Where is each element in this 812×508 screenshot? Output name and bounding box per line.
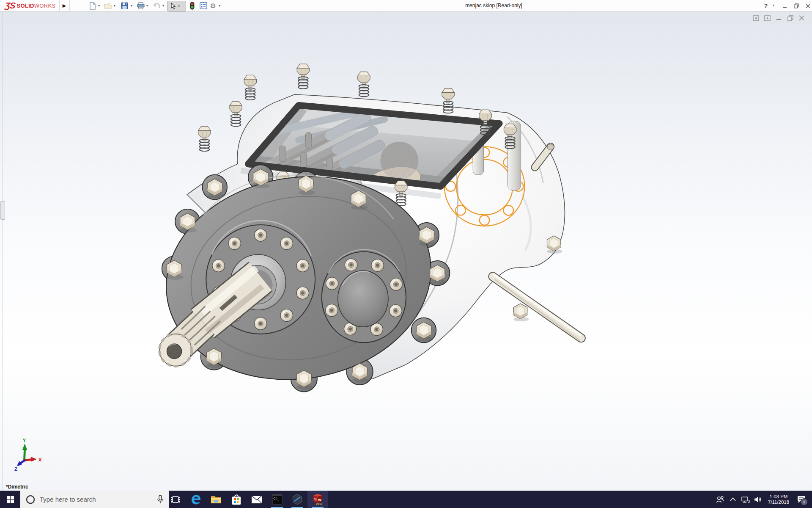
open-button[interactable] — [104, 1, 112, 10]
new-document-button[interactable] — [88, 1, 97, 10]
triad-z-label: Z — [14, 466, 17, 472]
svg-text:2017: 2017 — [316, 502, 323, 505]
hexagon-app-icon — [292, 494, 303, 505]
network-icon[interactable] — [739, 491, 752, 508]
select-dropdown-caret[interactable]: ▾ — [178, 4, 180, 8]
cortana-circle-icon — [25, 494, 36, 505]
help-dropdown-caret[interactable]: ▾ — [771, 3, 776, 7]
system-tray: 1:03 PM 7/11/2018 3 — [714, 491, 809, 508]
brand-glyph: ƷS — [4, 1, 16, 11]
action-center-button[interactable]: 3 — [793, 491, 809, 508]
file-explorer-button[interactable] — [206, 491, 226, 508]
doc-close-button[interactable] — [798, 15, 805, 21]
select-cursor-icon — [170, 3, 176, 10]
undo-icon — [153, 3, 161, 9]
notification-badge: 3 — [801, 498, 808, 505]
graphics-viewport[interactable]: Y X Z *Dimetric — [0, 11, 812, 491]
feature-panel-splitter-handle[interactable] — [0, 201, 5, 220]
minimize-button[interactable] — [780, 3, 789, 9]
document-title: menjac sklop [Read-only] — [448, 0, 539, 11]
new-document-icon — [89, 2, 96, 10]
windows-logo-icon — [7, 496, 14, 503]
brand-light: WORKS — [34, 3, 56, 9]
document-window-controls — [752, 15, 805, 21]
tray-time: 1:03 PM — [765, 494, 793, 500]
file-explorer-icon — [211, 495, 222, 504]
doc-minimize-button[interactable] — [775, 15, 782, 21]
brand-bold: SOLID — [17, 3, 34, 9]
mail-button[interactable] — [247, 491, 267, 508]
print-button[interactable] — [136, 1, 145, 10]
open-folder-icon — [104, 3, 112, 9]
traffic-light-icon — [190, 2, 195, 10]
close-icon — [806, 4, 810, 8]
view-orientation-label: *Dimetric — [6, 484, 28, 490]
task-view-button[interactable] — [165, 491, 186, 508]
restore-icon — [794, 3, 799, 8]
command-prompt-icon: C:\_ — [272, 494, 283, 505]
store-icon — [231, 494, 241, 505]
start-button[interactable] — [0, 491, 20, 508]
svg-text:C:\_: C:\_ — [273, 497, 279, 500]
taskbar-search-input[interactable]: Type here to search — [20, 491, 169, 508]
triad-y-label: Y — [23, 437, 26, 443]
volume-icon[interactable] — [752, 491, 765, 508]
orientation-triad: Y X Z — [14, 437, 42, 472]
select-tool-button[interactable]: ▾ — [167, 1, 186, 11]
print-icon — [137, 2, 145, 9]
print-dropdown-caret[interactable]: ▾ — [145, 4, 149, 8]
tray-date: 7/11/2018 — [765, 500, 793, 505]
rebuild-button[interactable] — [188, 1, 197, 10]
new-dropdown-caret[interactable]: ▾ — [97, 4, 101, 8]
windows-taskbar: Type here to search — [0, 491, 812, 508]
search-placeholder: Type here to search — [40, 496, 156, 503]
help-button[interactable]: ? — [761, 3, 771, 9]
solidworks-logo: ƷS SOLID WORKS — [2, 0, 60, 11]
svg-text:S: S — [314, 497, 317, 501]
tray-chevron-icon[interactable] — [727, 491, 739, 508]
options-gear-icon[interactable]: ⚙ — [208, 1, 217, 10]
undo-dropdown-caret[interactable]: ▾ — [161, 4, 165, 8]
pane-right-button[interactable] — [764, 15, 771, 21]
mail-icon — [251, 495, 262, 504]
undo-button[interactable] — [152, 1, 161, 10]
task-view-icon — [171, 495, 180, 504]
shift-lever-shaft[interactable] — [493, 274, 581, 340]
menu-flyout-arrow[interactable]: ▶ — [59, 0, 70, 11]
model-scene[interactable]: Y X Z — [0, 11, 812, 491]
feature-panel-splitter — [3, 11, 3, 491]
edge-icon — [190, 494, 201, 505]
microphone-icon[interactable] — [156, 495, 164, 504]
display-report-button[interactable] — [199, 1, 208, 10]
people-icon[interactable] — [714, 491, 727, 508]
report-list-icon — [200, 2, 207, 9]
triad-x-label: X — [38, 457, 42, 462]
minimize-icon — [782, 4, 787, 8]
restore-button[interactable] — [792, 3, 801, 9]
doc-restore-button[interactable] — [787, 15, 794, 21]
taskbar-apps: C:\_ S W 2017 — [165, 491, 328, 508]
store-button[interactable] — [226, 491, 247, 508]
save-button[interactable] — [120, 1, 129, 10]
hexagon-app-button[interactable] — [287, 491, 307, 508]
pane-left-button[interactable] — [752, 15, 760, 21]
save-dropdown-caret[interactable]: ▾ — [129, 4, 134, 8]
command-prompt-button[interactable]: C:\_ — [267, 491, 287, 508]
save-floppy-icon — [121, 2, 128, 9]
edge-button[interactable] — [186, 491, 206, 508]
open-dropdown-caret[interactable]: ▾ — [112, 4, 117, 8]
clock[interactable]: 1:03 PM 7/11/2018 — [765, 494, 793, 505]
title-bar: ƷS SOLID WORKS ▶ ▾ ▾ ▾ ▾ — [0, 0, 812, 12]
options-dropdown-caret[interactable]: ▾ — [217, 4, 222, 8]
secondary-bearing-cover[interactable] — [322, 249, 406, 342]
close-button[interactable] — [803, 3, 812, 9]
svg-text:W: W — [318, 498, 322, 502]
solidworks-2017-icon: S W 2017 — [312, 494, 324, 505]
solidworks-taskbar-button[interactable]: S W 2017 — [307, 491, 328, 508]
